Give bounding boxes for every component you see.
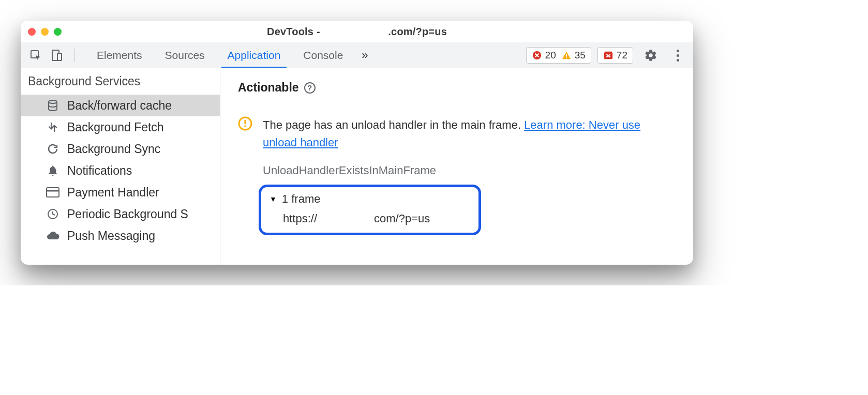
- sidebar-item-background-fetch[interactable]: Background Fetch: [21, 116, 220, 138]
- sidebar-item-label: Periodic Background S: [67, 207, 188, 221]
- title-prefix: DevTools -: [267, 26, 320, 37]
- svg-rect-2: [57, 53, 62, 60]
- error-count: 20: [545, 50, 556, 61]
- title-domain: .com/?p=us: [388, 26, 447, 37]
- minimize-window-button[interactable]: [41, 28, 49, 36]
- sidebar-item-periodic-background[interactable]: Periodic Background S: [21, 203, 220, 225]
- database-icon: [46, 98, 60, 113]
- svg-rect-4: [566, 54, 567, 56]
- issue-text: The page has an unload handler in the ma…: [263, 118, 524, 131]
- tab-elements[interactable]: Elements: [85, 42, 154, 68]
- frame-url-tail: com/?p=us: [374, 212, 430, 225]
- close-window-button[interactable]: [28, 28, 36, 36]
- window-title: DevTools - .com/?p=us: [21, 26, 693, 38]
- frame-url-scheme: https://: [283, 212, 317, 225]
- issue-row: The page has an unload handler in the ma…: [238, 116, 676, 151]
- sidebar-item-payment-handler[interactable]: Payment Handler: [21, 181, 220, 203]
- panel-body: Background Services Back/forward cache B…: [21, 68, 693, 265]
- tab-console[interactable]: Console: [292, 42, 354, 68]
- sidebar-item-push-messaging[interactable]: Push Messaging: [21, 225, 220, 247]
- devtools-window: DevTools - .com/?p=us Elements Sources A…: [21, 21, 693, 265]
- sidebar-item-label: Back/forward cache: [67, 99, 172, 113]
- heading-text: Actionable: [238, 81, 299, 95]
- device-toggle-icon[interactable]: [48, 47, 65, 64]
- main-content: Actionable ? The page has an unload hand…: [220, 68, 693, 265]
- frame-toggle[interactable]: ▼ 1 frame: [270, 192, 470, 206]
- tab-application[interactable]: Application: [216, 42, 292, 68]
- more-tabs-button[interactable]: »: [354, 45, 375, 66]
- settings-icon[interactable]: [641, 46, 660, 65]
- warning-circle-icon: [238, 116, 252, 131]
- error-icon: [532, 50, 542, 60]
- warning-count: 35: [575, 50, 586, 61]
- frame-count-label: 1 frame: [282, 192, 321, 206]
- svg-point-7: [49, 100, 57, 103]
- sidebar-section-title: Background Services: [21, 68, 220, 95]
- sidebar-item-label: Background Sync: [67, 142, 160, 156]
- svg-rect-5: [566, 57, 567, 58]
- tab-sources[interactable]: Sources: [154, 42, 216, 68]
- sidebar-item-label: Notifications: [67, 164, 132, 178]
- issue-icon: [603, 50, 613, 60]
- inspect-element-icon[interactable]: [27, 47, 44, 64]
- sidebar-item-label: Push Messaging: [67, 229, 155, 243]
- console-errors-warnings-badge[interactable]: 20 35: [526, 47, 591, 64]
- issues-badge[interactable]: 72: [597, 47, 633, 64]
- cloud-icon: [46, 229, 60, 243]
- issue-message: The page has an unload handler in the ma…: [263, 116, 676, 151]
- section-heading: Actionable ?: [238, 81, 676, 95]
- fetch-icon: [46, 120, 60, 134]
- maximize-window-button[interactable]: [54, 28, 62, 36]
- more-menu-icon[interactable]: [668, 46, 687, 65]
- sidebar-item-background-sync[interactable]: Background Sync: [21, 138, 220, 160]
- divider: [74, 49, 75, 62]
- traffic-lights: [28, 28, 62, 36]
- disclosure-triangle-icon: ▼: [270, 195, 277, 203]
- sidebar-item-back-forward-cache[interactable]: Back/forward cache: [21, 95, 220, 116]
- warning-icon: [561, 50, 572, 60]
- titlebar: DevTools - .com/?p=us: [21, 21, 693, 42]
- sidebar: Background Services Back/forward cache B…: [21, 68, 220, 265]
- help-icon[interactable]: ?: [304, 82, 316, 94]
- bell-icon: [46, 163, 60, 178]
- sidebar-item-label: Background Fetch: [67, 120, 164, 134]
- svg-rect-12: [245, 120, 246, 124]
- sidebar-item-label: Payment Handler: [67, 186, 159, 200]
- clock-icon: [46, 207, 60, 221]
- sidebar-item-notifications[interactable]: Notifications: [21, 160, 220, 181]
- frame-url[interactable]: https:// com/?p=us: [270, 212, 470, 225]
- svg-rect-13: [245, 126, 246, 127]
- frame-list-box: ▼ 1 frame https:// com/?p=us: [259, 185, 481, 235]
- reason-code: UnloadHandlerExistsInMainFrame: [263, 164, 676, 177]
- card-icon: [46, 185, 60, 200]
- issue-count: 72: [617, 50, 627, 61]
- toolbar: Elements Sources Application Console » 2…: [21, 42, 693, 68]
- sync-icon: [46, 142, 60, 156]
- svg-rect-8: [47, 188, 59, 197]
- panel-tabs: Elements Sources Application Console »: [85, 42, 375, 68]
